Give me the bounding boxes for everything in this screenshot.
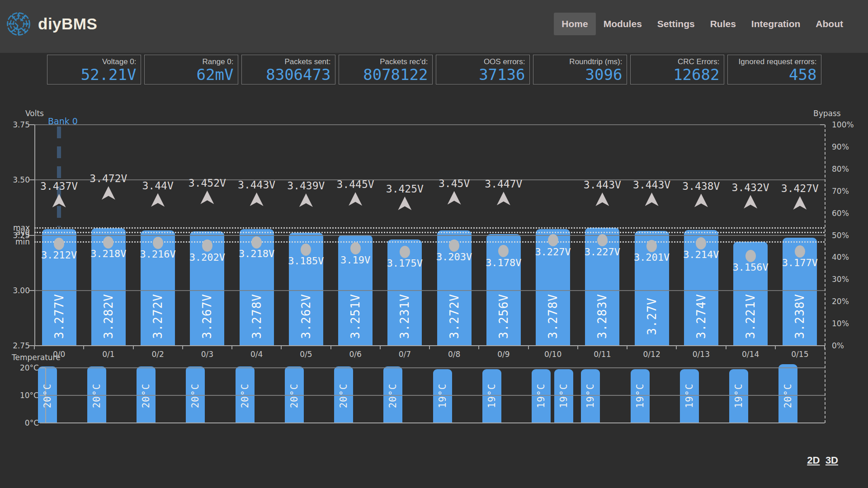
x-tickmark [83,346,84,349]
voltage-bar-label-0/1: 3.282V [102,262,115,371]
temp-bar-label-0/8: 19°C [437,360,448,432]
max-marker-0/2 [151,193,165,207]
x-tickmark [182,346,183,349]
voltage-bar-label-0/11: 3.283V [595,262,609,371]
volts-axis-title: Volts [25,109,44,118]
max-marker-0/9 [497,192,510,205]
voltage-bar-label-0/12: 3.27V [645,262,659,371]
max-marker-0/6 [349,192,362,206]
min-marker-label-0/9: 3.178V [472,258,535,268]
x-tickmark [34,346,35,349]
x-tickmark [775,346,776,349]
bypass-axis-line [825,125,826,423]
view-3d-link[interactable]: 3D [826,455,838,466]
temp-gridline [45,422,825,423]
temp-bar-label-0/7: 20°C [387,360,398,432]
x-tickmark [133,346,134,349]
voltage-bar-label-0/14: 3.221V [744,262,757,371]
max-marker-label-0/15: 3.427V [768,183,831,194]
bypass-tick-label: 40% [832,253,863,262]
x-tickmark [429,346,430,349]
temp-bar-label-0/6: 20°C [338,360,349,432]
temp-bar-label-0/5: 20°C [289,360,300,432]
temp-bar-label-0/3: 20°C [190,360,201,432]
bypass-axis-title: Bypass [813,109,841,118]
diybms-home-page: diyBMS HomeModulesSettingsRulesIntegrati… [0,0,868,488]
voltage-bar-label-0/5: 3.262V [299,262,313,371]
volts-tick-label: 3.75 [5,120,30,129]
bypass-tick-label: 70% [832,187,863,196]
bypass-tick-label: 50% [832,231,863,240]
temp-bar-label-0/11: 19°C [585,360,596,432]
max-marker-0/8 [448,191,461,205]
volts-tick-label: 3.00 [5,286,30,295]
max-marker-0/1 [102,186,115,200]
guide-line-max [34,227,825,229]
voltage-bar-label-0/7: 3.231V [398,262,411,371]
x-tickmark [231,346,232,349]
x-tickmark [281,346,282,349]
bank-0-label: Bank 0 [48,116,78,126]
x-tickmark [478,346,479,349]
voltage-bar-label-0/9: 3.256V [497,262,510,371]
view-2d-link[interactable]: 2D [807,455,820,466]
volts-tickmark [29,124,34,125]
min-marker-0/10 [548,234,558,246]
x-tickmark [330,346,331,349]
temp-gridline [45,395,825,396]
bypass-tick-label: 80% [832,164,863,174]
x-tickmark [380,346,381,349]
temp-bar-label-0/10: 19°C [536,360,547,432]
min-marker-0/7 [400,246,410,258]
max-marker-0/15 [793,196,807,210]
x-tickmark [726,346,726,349]
temp-tick-label: 20°C [9,363,39,372]
temp-bar-2-label-0/10: 19°C [558,360,569,432]
max-marker-0/13 [694,194,708,207]
max-marker-0/12 [645,192,659,206]
bypass-tick-label: 0% [832,341,863,350]
voltage-bar-label-0/2: 3.272V [151,262,165,371]
guide-line-avg [34,232,825,233]
max-marker-0/5 [299,193,313,207]
voltage-bar-label-0/4: 3.278V [250,262,264,371]
volts-axis-line [34,125,35,346]
volts-gridline [34,124,825,125]
min-marker-0/12 [646,240,657,252]
x-tickmark [528,346,529,349]
bypass-tick-label: 60% [832,209,863,218]
x-tickmark [824,346,825,349]
min-marker-0/6 [350,242,361,254]
voltage-bar-label-0/6: 3.251V [349,262,362,371]
temp-tick-label: 0°C [9,418,39,427]
x-tickmark [627,346,627,349]
voltage-bar-label-0/8: 3.272V [448,262,461,371]
max-marker-label-0/9: 3.447V [472,178,535,190]
temp-bar-label-0/2: 20°C [141,360,151,432]
bypass-tickmark [820,124,825,125]
min-marker-0/15 [795,245,805,258]
temp-bar-label-0/0: 20°C [42,360,53,432]
temp-bar-label-0/4: 20°C [240,360,250,432]
guide-label-min: min [5,237,30,246]
min-marker-0/4 [251,236,262,249]
bypass-tick-label: 100% [832,120,863,129]
voltage-bar-label-0/3: 3.267V [200,262,214,371]
min-marker-label-0/15: 3.177V [768,258,831,268]
volts-gridline [34,235,825,236]
temp-tick-label: 10°C [9,391,39,400]
x-tickmark [676,346,677,349]
charts-area: Volts Bypass Bank 0 Temperature 3.753.50… [0,0,868,488]
min-marker-0/11 [597,234,608,246]
bank-divider-dashed-line [57,127,61,227]
volts-tick-label: 2.75 [5,341,30,350]
max-marker-0/11 [595,192,609,206]
min-marker-label-0/13: 3.214V [670,249,733,260]
temp-bar-label-0/14: 19°C [733,360,744,432]
guide-label-avg: avg [5,228,30,237]
min-marker-0/13 [696,237,706,249]
bypass-tick-label: 10% [832,319,863,328]
temp-bar-label-0/13: 19°C [684,360,695,432]
min-marker-0/0 [54,238,64,250]
voltage-bar-label-0/13: 3.274V [694,262,708,371]
